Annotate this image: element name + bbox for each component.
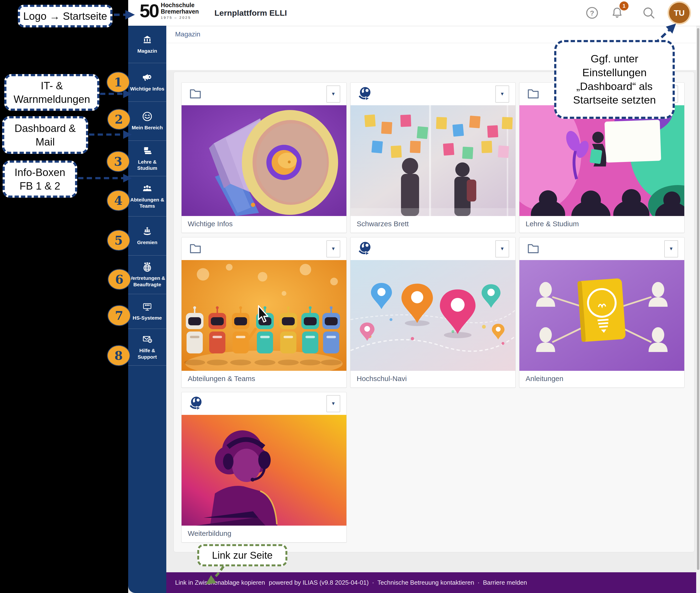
sidebar-item-label: Abteilungen & Teams <box>129 197 165 209</box>
chevron-down-icon: ▼ <box>500 91 505 97</box>
card-image-presentation[interactable] <box>519 105 684 216</box>
scrollbar-track <box>696 26 700 593</box>
logo-anniversary-years: 1975 – 2025 <box>161 15 199 19</box>
people-icon <box>141 183 153 194</box>
card-title-link[interactable]: Hochschul-Navi <box>351 371 515 383</box>
main-sidebar: Magazin Wichtige Infos Mein Bereich Lehr… <box>128 26 166 593</box>
sidebar-item-wichtige-infos[interactable]: Wichtige Infos <box>128 63 166 102</box>
sidebar-item-label: Wichtige Infos <box>129 86 165 92</box>
bank-icon <box>141 35 153 45</box>
footer-bar: Link in Zwischenablage kopieren powered … <box>166 572 700 593</box>
folder-icon <box>188 241 203 256</box>
committee-icon <box>141 226 153 236</box>
annotation-infoboxen-callout: Info-Boxen FB 1 & 2 <box>3 160 77 198</box>
step-badge-4: 4 <box>107 190 130 211</box>
step-badge-6: 6 <box>108 269 131 290</box>
search-icon[interactable] <box>642 6 655 19</box>
step-badge-8: 8 <box>107 345 130 366</box>
card-image-megaphone[interactable] <box>182 105 346 216</box>
card-actions-dropdown[interactable]: ▼ <box>326 240 340 258</box>
sidebar-item-label: Magazin <box>129 48 165 54</box>
sidebar-item-vertretungen-beauftragte[interactable]: Vertretungen & Beauftragte <box>128 255 166 294</box>
card-actions-dropdown[interactable]: ▼ <box>495 85 509 103</box>
card-image-lightbulb-network[interactable] <box>519 260 684 371</box>
card-image-map-pins[interactable] <box>351 260 515 371</box>
smiley-icon <box>141 111 153 122</box>
card-actions-dropdown[interactable]: ▼ <box>664 240 678 258</box>
chevron-down-icon: ▼ <box>331 401 336 406</box>
card-weiterbildung: ▼ <box>181 392 347 543</box>
user-avatar[interactable]: TU <box>669 3 690 23</box>
globe-people-icon <box>141 262 153 272</box>
svg-text:?: ? <box>590 9 594 17</box>
sidebar-item-hs-systeme[interactable]: *** HS-Systeme <box>128 294 166 329</box>
annotation-logo-callout: Logo → Startseite <box>18 5 112 27</box>
card-title-link[interactable]: Wichtige Infos <box>182 216 346 228</box>
footer-separator: · <box>372 579 374 586</box>
chevron-down-icon: ▼ <box>331 246 336 251</box>
card-actions-dropdown[interactable]: ▼ <box>326 395 340 412</box>
card-abteilungen-teams: ▼ <box>181 237 347 388</box>
svg-text:***: *** <box>145 304 150 308</box>
page-title: Lernplattform ELLI <box>214 0 287 26</box>
step-badge-1: 1 <box>107 72 130 93</box>
sidebar-item-label: Vertretungen & Beauftragte <box>129 275 165 288</box>
top-header-bar: 50 Hochschule Bremerhaven 1975 – 2025 Le… <box>128 0 700 26</box>
sidebar-item-hilfe-support[interactable]: ? Hilfe & Support <box>128 329 166 365</box>
footer-support-link[interactable]: Technische Betreuung kontaktieren <box>377 579 474 586</box>
step-badge-5: 5 <box>107 230 130 251</box>
card-title-link[interactable]: Anleitungen <box>519 371 684 383</box>
weblink-icon <box>188 395 204 412</box>
help-icon[interactable]: ? <box>586 6 598 19</box>
scrollbar-thumb[interactable] <box>697 28 699 570</box>
footer-accessibility-link[interactable]: Barriere melden <box>483 579 527 586</box>
repository-panel: ▼ <box>174 72 695 552</box>
card-image-robots[interactable] <box>182 260 346 371</box>
card-actions-dropdown[interactable]: ▼ <box>326 85 340 103</box>
card-title-link[interactable]: Lehre & Studium <box>519 216 684 228</box>
sidebar-item-lehre-studium[interactable]: Lehre & Studium <box>128 141 166 176</box>
sidebar-item-gremien[interactable]: Gremien <box>128 216 166 255</box>
footer-separator: · <box>477 579 480 586</box>
footer-powered-by: powered by ILIAS (v9.8 2025-04-01) <box>269 579 369 586</box>
chevron-down-icon: ▼ <box>331 91 336 97</box>
sidebar-item-magazin[interactable]: Magazin <box>128 26 166 63</box>
logo-50-mark: 50 <box>140 1 158 20</box>
notification-count-badge: 1 <box>620 1 629 10</box>
step-badge-2: 2 <box>107 109 131 130</box>
card-grid: ▼ <box>181 82 684 543</box>
annotation-dashboard-mail-callout: Dashboard & Mail <box>2 116 88 154</box>
annotation-link-zur-seite-callout: Link zur Seite <box>197 544 287 566</box>
mail-question-icon: ? <box>141 334 153 345</box>
card-actions-dropdown[interactable]: ▼ <box>495 240 509 258</box>
weblink-icon <box>357 86 372 103</box>
svg-text:?: ? <box>149 340 151 343</box>
footer-copy-link[interactable]: Link in Zwischenablage kopieren <box>175 579 265 586</box>
folder-icon <box>188 87 203 102</box>
folder-icon <box>526 87 541 102</box>
university-logo[interactable]: 50 Hochschule Bremerhaven 1975 – 2025 <box>140 1 199 20</box>
card-wichtige-infos: ▼ <box>181 82 347 233</box>
card-anleitungen: ▼ <box>519 237 685 388</box>
breadcrumb-magazin-link[interactable]: Magazin <box>175 31 200 38</box>
card-hochschul-navi: ▼ <box>350 237 516 388</box>
sidebar-item-abteilungen-teams[interactable]: Abteilungen & Teams <box>128 176 166 216</box>
folder-icon <box>526 241 541 256</box>
card-title-link[interactable]: Weiterbildung <box>182 526 346 538</box>
sidebar-item-label: HS-Systeme <box>129 315 165 321</box>
annotated-screenshot: 50 Hochschule Bremerhaven 1975 – 2025 Le… <box>0 0 700 593</box>
chevron-down-icon: ▼ <box>500 246 505 251</box>
card-title-link[interactable]: Abteilungen & Teams <box>182 371 346 383</box>
sidebar-item-mein-bereich[interactable]: Mein Bereich <box>128 102 166 141</box>
logo-name-line2: Bremerhaven <box>161 8 199 15</box>
card-image-sticky-notes[interactable] <box>351 105 515 216</box>
annotation-it-warnmeldungen-callout: IT- & Warnmeldungen <box>4 74 99 111</box>
card-title-link[interactable]: Schwarzes Brett <box>351 216 515 228</box>
sidebar-item-label: Lehre & Studium <box>129 159 165 171</box>
sidebar-item-label: Hilfe & Support <box>129 348 165 360</box>
annotation-settings-callout: Ggf. unter Einstellungen „Dashboard“ als… <box>554 40 675 119</box>
logo-name-line1: Hochschule <box>161 2 199 8</box>
card-image-headphones-person[interactable] <box>182 415 346 526</box>
sidebar-item-label: Gremien <box>129 239 165 245</box>
monitor-icon: *** <box>141 302 153 312</box>
